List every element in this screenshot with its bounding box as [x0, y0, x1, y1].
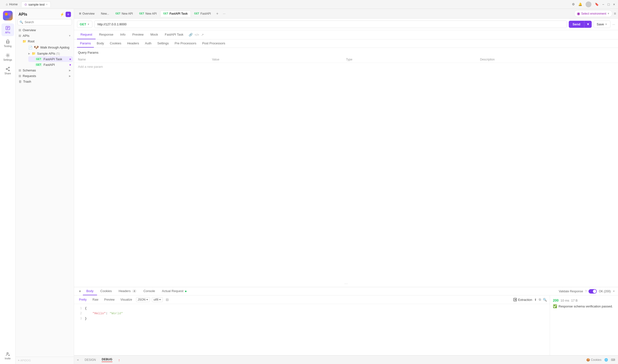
env-selector[interactable]: ◉ Select environment ▼	[574, 10, 612, 17]
tree-item-overview[interactable]: ⊞ Overview	[17, 27, 73, 33]
sidebar-item-share[interactable]: Share	[1, 64, 14, 77]
res-tab-body[interactable]: Body	[83, 287, 97, 295]
format-tab-visualize[interactable]: Visualize	[118, 297, 134, 302]
bookmark-icon[interactable]: 🔖	[595, 2, 599, 6]
sidebar-item-settings[interactable]: Settings	[1, 51, 14, 63]
avatar[interactable]	[586, 1, 592, 7]
add-tab-button[interactable]: +	[214, 10, 220, 17]
api-tab-fastapi-task[interactable]: GET FastAPI Task	[160, 11, 191, 17]
method-selector[interactable]: GET ▼	[77, 21, 92, 28]
tree-item-root[interactable]: 📁 Root	[21, 39, 73, 44]
copy-icon[interactable]: ⧉	[539, 298, 541, 302]
sub-tab-preview[interactable]: Preview	[129, 30, 147, 39]
format-tab-pretty[interactable]: Pretty	[77, 297, 89, 302]
format-tab-preview[interactable]: Preview	[102, 297, 116, 302]
add-icon[interactable]: +	[65, 12, 71, 17]
tree-item-fastapi-task[interactable]: GET FastAPI Task	[28, 56, 73, 62]
collapse-left-icon[interactable]: «	[77, 358, 79, 362]
tree-item-schemas[interactable]: ⊞ Schemas ▶	[17, 67, 73, 73]
svg-point-11	[6, 68, 7, 69]
api-tab-overview[interactable]: ⊞ Overview	[76, 11, 98, 17]
requests-arrow: ▶	[69, 75, 71, 77]
maximize-button[interactable]: □	[607, 2, 609, 6]
param-tab-cookies[interactable]: Cookies	[107, 39, 124, 48]
more-tabs-button[interactable]: ···	[221, 11, 227, 17]
bottom-bar: « DESIGN DEBUG ↑ 🍪 Cookies 🌐 ⌨	[74, 355, 618, 364]
home-tab-label: Home	[9, 2, 18, 6]
param-tab-params[interactable]: Params	[77, 39, 94, 48]
link-icon[interactable]: 🔗	[189, 33, 193, 37]
param-tab-post-processors[interactable]: Post Processors	[199, 39, 228, 48]
search-input[interactable]	[18, 19, 72, 25]
search-response-icon[interactable]: 🔍	[543, 298, 547, 302]
add-param-row[interactable]: Add a new param	[74, 63, 618, 70]
tree-item-requests[interactable]: ⊞ Requests ▶	[17, 73, 73, 79]
env-menu-icon[interactable]: ≡	[614, 12, 616, 16]
svg-line-14	[7, 69, 9, 70]
cookies-label[interactable]: 🍪 Cookies	[586, 358, 601, 362]
tree-item-trash[interactable]: 🗑 Trash	[17, 79, 73, 84]
api-tab-new-api-1[interactable]: GET New API	[112, 11, 136, 17]
tree-item-sample-apis[interactable]: ▶ 📁 Sample APIs (5)	[24, 51, 73, 56]
sub-tab-mock[interactable]: Mock	[147, 30, 161, 39]
res-tab-console[interactable]: Console	[140, 287, 158, 295]
svg-point-1	[5, 13, 8, 16]
globe-icon[interactable]: 🌐	[604, 358, 608, 362]
settings-icon[interactable]: ⚙	[572, 2, 575, 6]
filter-icon[interactable]: ⚡	[60, 13, 64, 16]
svg-point-0	[588, 2, 590, 4]
status-chevron-icon[interactable]: ▼	[613, 290, 615, 293]
code-content-1: {	[85, 306, 87, 311]
collapse-button[interactable]: ▼	[77, 288, 83, 295]
close-button[interactable]: ×	[613, 2, 615, 6]
tree-item-fastapi[interactable]: GET FastAPI	[28, 62, 73, 67]
more-options-icon[interactable]: ···	[612, 22, 615, 26]
save-button[interactable]: Save ▼	[594, 20, 611, 28]
res-tab-cookies[interactable]: Cookies	[97, 287, 115, 295]
tree-item-walkthrough[interactable]: 📄 🐶 Walk through Apidog	[24, 44, 73, 51]
param-tab-auth[interactable]: Auth	[142, 39, 154, 48]
param-tab-pre-processors[interactable]: Pre Processors	[172, 39, 199, 48]
param-tabs: Params Body Cookies Headers Auth Setting…	[74, 39, 618, 48]
minimize-button[interactable]: −	[602, 2, 604, 6]
validate-toggle[interactable]	[589, 289, 597, 294]
url-input[interactable]	[94, 20, 567, 28]
sub-tab-request[interactable]: Request	[77, 30, 96, 39]
json-format-select[interactable]: JSON ▼	[136, 297, 150, 302]
bottom-tab-design[interactable]: DESIGN	[82, 357, 99, 363]
send-button-group: Send ▼	[569, 21, 592, 28]
res-tab-actual-request[interactable]: Actual Request	[158, 287, 190, 295]
sub-tab-response[interactable]: Response	[96, 30, 117, 39]
tree-item-apis[interactable]: ⊞ APIs ▼	[17, 33, 73, 39]
validate-help-icon[interactable]: ?	[585, 290, 587, 293]
format-tab-raw[interactable]: Raw	[90, 297, 100, 302]
param-tab-body[interactable]: Body	[94, 39, 107, 48]
tab-sample-test[interactable]: ⊙ sample test ×	[21, 1, 51, 7]
emoji-icon: 🐶	[34, 45, 39, 50]
param-tab-headers[interactable]: Headers	[124, 39, 142, 48]
send-dropdown-button[interactable]: ▼	[584, 21, 592, 28]
sidebar-item-apis[interactable]: APIs	[1, 23, 14, 36]
format-icon[interactable]: ⊟	[166, 298, 169, 302]
api-tab-new-api-2[interactable]: GET New API	[136, 11, 160, 17]
response-body-left: Pretty Raw Preview Visualize JSON ▼ utf8…	[74, 296, 550, 355]
keyboard-icon[interactable]: ⌨	[611, 358, 615, 362]
api-tab-new[interactable]: New...	[98, 11, 112, 17]
res-tab-headers[interactable]: Headers 4	[115, 287, 140, 295]
encoding-select[interactable]: utf8 ▼	[152, 297, 163, 302]
sidebar-item-testing[interactable]: Testing	[1, 37, 14, 50]
sidebar-item-invite[interactable]: Invite	[1, 349, 14, 362]
code-icon[interactable]: </>	[194, 33, 199, 37]
share-sub-icon[interactable]: ↗	[201, 33, 204, 37]
bell-icon[interactable]: 🔔	[578, 2, 582, 6]
sub-tab-info[interactable]: Info	[117, 30, 129, 39]
tab-home[interactable]: ⌂ Home	[3, 1, 21, 7]
sub-tab-fastapi-task[interactable]: FastAPI Task	[161, 30, 187, 39]
export-icon[interactable]: ⬆	[534, 298, 537, 302]
send-main-button[interactable]: Send	[569, 21, 584, 28]
param-tab-settings[interactable]: Settings	[154, 39, 172, 48]
api-tab-fastapi[interactable]: GET FastAPI	[191, 11, 214, 17]
bottom-tab-debug[interactable]: DEBUG	[99, 357, 115, 363]
extraction-button[interactable]: Extraction	[513, 298, 532, 302]
tab-close-icon[interactable]: ×	[46, 3, 48, 6]
